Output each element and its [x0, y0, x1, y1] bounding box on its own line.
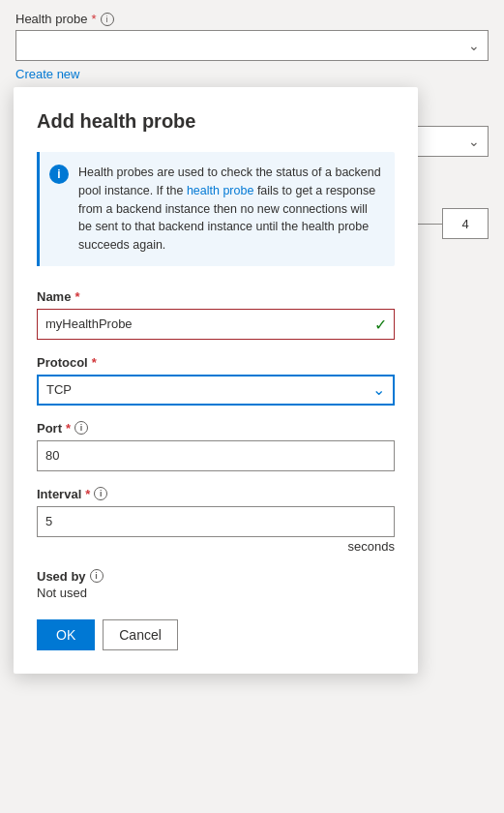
interval-label: Interval * i	[37, 487, 395, 501]
health-probe-info-icon[interactable]: i	[101, 13, 114, 26]
not-used-text: Not used	[37, 586, 395, 600]
panel-title: Add health probe	[37, 110, 395, 133]
interval-info-icon[interactable]: i	[94, 487, 107, 500]
interval-field: Interval * i seconds	[37, 487, 395, 554]
protocol-label: Protocol *	[37, 355, 395, 370]
bg-dropdown-right[interactable]: ⌄	[411, 126, 489, 157]
used-by-info-icon[interactable]: i	[90, 569, 104, 583]
health-probe-section: Health probe * i ⌄ Create new	[15, 12, 489, 82]
health-probe-label: Health probe * i	[15, 12, 489, 26]
port-info-icon[interactable]: i	[74, 421, 88, 435]
interval-input[interactable]	[37, 506, 395, 537]
add-health-probe-panel: Add health probe i Health probes are use…	[14, 87, 418, 674]
protocol-value: TCP	[46, 382, 72, 397]
protocol-dropdown[interactable]: TCP ⌄	[37, 375, 395, 406]
info-banner: i Health probes are used to check the st…	[37, 152, 395, 266]
name-field: Name * ✓	[37, 289, 395, 340]
create-new-link[interactable]: Create new	[15, 67, 79, 81]
name-label: Name *	[37, 289, 395, 304]
port-field: Port * i	[37, 421, 395, 471]
button-row: OK Cancel	[37, 619, 395, 650]
name-check-icon: ✓	[374, 315, 387, 333]
health-probe-dropdown[interactable]: ⌄	[15, 30, 489, 61]
port-label: Port * i	[37, 421, 395, 436]
bg-number-box: 4	[442, 208, 489, 239]
used-by-label: Used by i	[37, 569, 395, 584]
port-input[interactable]	[37, 440, 395, 471]
cancel-button[interactable]: Cancel	[103, 619, 178, 650]
protocol-field: Protocol * TCP ⌄	[37, 355, 395, 406]
name-input[interactable]	[37, 309, 395, 340]
seconds-label: seconds	[37, 539, 395, 554]
name-input-wrapper: ✓	[37, 309, 395, 340]
health-probe-dropdown-arrow: ⌄	[468, 38, 480, 53]
used-by-section: Used by i Not used	[37, 569, 395, 600]
protocol-dropdown-arrow: ⌄	[372, 380, 385, 399]
info-banner-text: Health probes are used to check the stat…	[78, 164, 383, 255]
bg-dropdown-right-arrow: ⌄	[468, 134, 480, 149]
ok-button[interactable]: OK	[37, 619, 95, 650]
info-banner-icon: i	[49, 165, 69, 184]
